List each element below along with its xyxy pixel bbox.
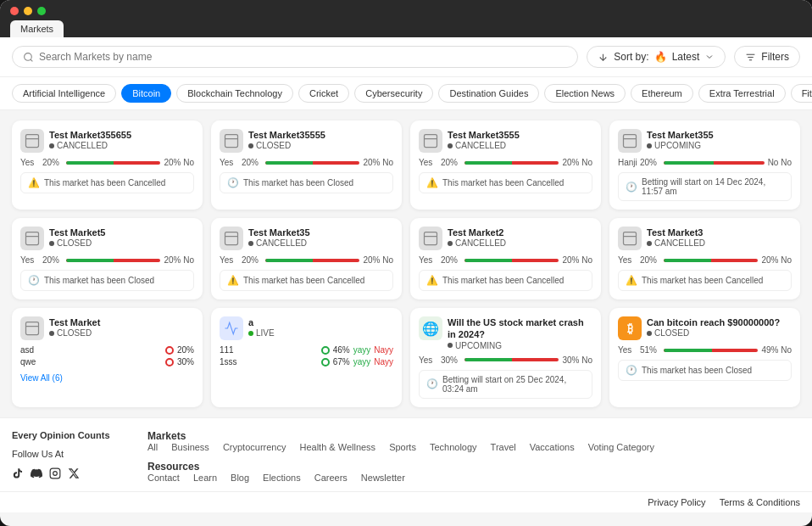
- market-card-c12[interactable]: ₿ Can bitcoin reach $90000000? CLOSED Ye…: [609, 308, 800, 407]
- notice-text: This market has been Closed: [642, 366, 752, 375]
- category-pill-cricket[interactable]: Cricket: [298, 84, 349, 103]
- no-pct: 49% No: [761, 345, 792, 355]
- footer-link-all[interactable]: All: [147, 442, 158, 452]
- category-pill-cybersecurity[interactable]: Cybersecurity: [354, 84, 433, 103]
- yes-pct: 20%: [242, 158, 262, 167]
- category-pill-extra[interactable]: Extra Terrestrial: [698, 84, 786, 103]
- privacy-policy-link[interactable]: Privacy Policy: [648, 497, 705, 507]
- category-pill-destination[interactable]: Destination Guides: [438, 84, 539, 103]
- no-pct: No No: [768, 158, 792, 167]
- instagram-icon[interactable]: [49, 467, 61, 482]
- card-notice: ⚠️ This market has been Cancelled: [419, 270, 592, 291]
- terms-conditions-link[interactable]: Terms & Conditions: [720, 497, 800, 507]
- footer-link-newsletter[interactable]: Newsletter: [361, 473, 405, 483]
- card-icon: [618, 129, 642, 153]
- progress-bar: [464, 161, 559, 165]
- option-rows: asd 20% qwe 30%: [20, 345, 194, 367]
- browser-tabs: Markets: [10, 20, 802, 37]
- option-name: 1sss: [220, 357, 318, 367]
- category-pill-ethereum[interactable]: Ethereum: [631, 84, 693, 103]
- footer-link-elections[interactable]: Elections: [263, 473, 301, 483]
- maximize-button[interactable]: [37, 7, 46, 15]
- market-card-c6[interactable]: Test Market35 CANCELLED Yes 20% 20% No: [211, 218, 402, 299]
- market-card-c3[interactable]: Test Market3555 CANCELLED Yes 20% 20% No: [410, 120, 601, 210]
- search-input[interactable]: [39, 51, 567, 63]
- card-header: Test Market35555 CLOSED: [220, 129, 393, 153]
- yes-pct: 20%: [640, 158, 660, 167]
- card-header: Test Market5 CLOSED: [20, 227, 194, 250]
- progress-bar: [664, 161, 765, 165]
- footer-link-careers[interactable]: Careers: [314, 473, 348, 483]
- progress-section: Yes 20% 20% No: [618, 255, 792, 265]
- market-card-c5[interactable]: Test Market5 CLOSED Yes 20% 20% No: [12, 218, 203, 299]
- notice-text: This market has been Cancelled: [243, 276, 364, 285]
- browser-dots: [10, 7, 802, 15]
- category-pill-fitness[interactable]: Fitness: [791, 84, 812, 103]
- footer-link-technology[interactable]: Technology: [430, 442, 477, 452]
- view-all-link[interactable]: View All (6): [20, 373, 194, 383]
- close-button[interactable]: [10, 7, 19, 15]
- market-card-c1[interactable]: Test Market355655 CANCELLED Yes 20% 20% …: [12, 120, 203, 210]
- footer-link-crypto[interactable]: Cryptocurrency: [223, 442, 286, 452]
- market-card-c8[interactable]: Test Market3 CANCELLED Yes 20% 20% No: [609, 218, 800, 299]
- card-notice: ⚠️ This market has been Cancelled: [419, 172, 592, 193]
- footer-link-sports[interactable]: Sports: [389, 442, 416, 452]
- market-card-c11[interactable]: 🌐 Will the US stock market crash in 2024…: [410, 308, 601, 407]
- progress-section: Yes 20% 20% No: [20, 158, 194, 167]
- search-bar-row: Sort by: 🔥 Latest Filters: [0, 37, 812, 77]
- market-card-c10[interactable]: a LIVE 111 46% yayy Nayy: [211, 308, 402, 407]
- card-status: CLOSED: [49, 328, 100, 338]
- card-title: Test Market: [49, 316, 100, 328]
- yes-pct: 51%: [640, 345, 660, 355]
- footer-link-voting[interactable]: Voting Category: [588, 442, 654, 452]
- progress-bar: [664, 259, 758, 262]
- status-dot: [248, 241, 253, 246]
- footer-link-learn[interactable]: Learn: [193, 473, 217, 483]
- twitter-icon[interactable]: [68, 467, 80, 482]
- sort-button[interactable]: Sort by: 🔥 Latest: [587, 46, 726, 68]
- discord-icon[interactable]: [31, 467, 42, 482]
- footer-link-blog[interactable]: Blog: [231, 473, 249, 483]
- clock-icon: 🕐: [626, 365, 637, 376]
- tiktok-icon[interactable]: [12, 467, 24, 482]
- progress-bar: [66, 259, 160, 262]
- card-status: CANCELLED: [248, 238, 310, 248]
- notice-text: Betting will start on 25 Dec 2024, 03:24…: [442, 375, 585, 394]
- cards-grid: Test Market355655 CANCELLED Yes 20% 20% …: [0, 110, 812, 417]
- progress-section: Yes 20% 20% No: [220, 158, 393, 167]
- clock-icon: 🕐: [426, 378, 438, 389]
- filter-button[interactable]: Filters: [734, 46, 800, 68]
- market-card-c4[interactable]: Test Market355 UPCOMING Hanji 20% No No: [609, 120, 800, 210]
- clock-icon: 🕐: [28, 275, 40, 286]
- card-status: UPCOMING: [647, 141, 714, 150]
- category-pill-blockchain[interactable]: Blockchain Technology: [176, 84, 293, 103]
- yes-pct: 20%: [441, 158, 461, 167]
- browser-tab[interactable]: Markets: [10, 20, 64, 37]
- category-pill-bitcoin[interactable]: Bitcoin: [121, 84, 171, 103]
- yes-pct: 20%: [441, 255, 461, 265]
- hanji-label: Hanji: [618, 158, 637, 167]
- browser-chrome: Markets: [0, 0, 812, 37]
- footer-link-travel[interactable]: Travel: [491, 442, 516, 452]
- footer-link-health[interactable]: Health & Wellness: [299, 442, 375, 452]
- yes-label: Yes: [419, 158, 437, 167]
- warning-icon: ⚠️: [426, 275, 438, 286]
- market-card-c9[interactable]: Test Market CLOSED asd 20% qwe: [12, 308, 203, 407]
- yes-row: Yes 30% 30% No: [419, 355, 592, 365]
- category-pill-election[interactable]: Election News: [544, 84, 626, 103]
- status-dot: [448, 241, 453, 246]
- footer-link-contact[interactable]: Contact: [147, 473, 180, 483]
- card-icon: [618, 227, 642, 250]
- market-card-c2[interactable]: Test Market35555 CLOSED Yes 20% 20% No: [211, 120, 402, 210]
- category-pill-ai[interactable]: Artificial Intelligence: [12, 84, 116, 103]
- card-status: CANCELLED: [647, 238, 705, 248]
- footer-link-business[interactable]: Business: [171, 442, 209, 452]
- card-status: CLOSED: [248, 141, 325, 150]
- notice-text: This market has been Closed: [44, 276, 154, 285]
- card-icon: [20, 316, 44, 340]
- market-card-c7[interactable]: Test Market2 CANCELLED Yes 20% 20% No: [410, 218, 601, 299]
- card-status: LIVE: [248, 328, 275, 338]
- footer-link-vaccations[interactable]: Vaccations: [530, 442, 575, 452]
- minimize-button[interactable]: [24, 7, 32, 15]
- yes-pct: 20%: [640, 255, 660, 265]
